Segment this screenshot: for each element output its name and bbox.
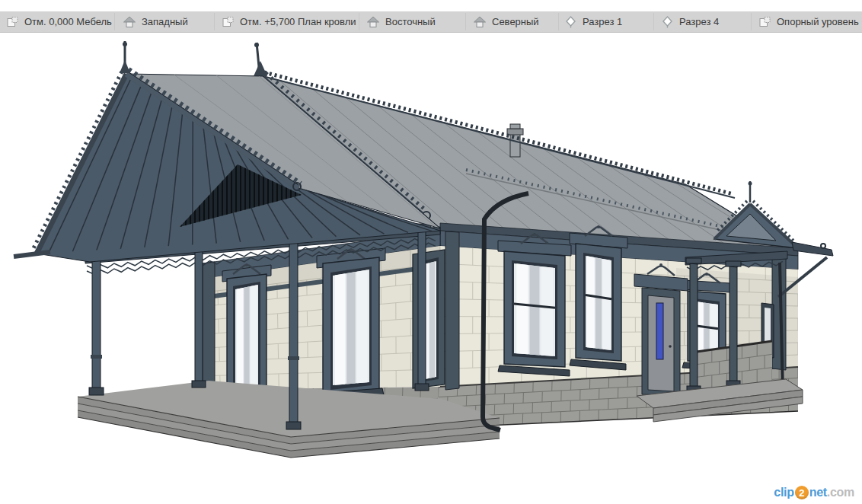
elevation-icon (123, 15, 136, 28)
view-tab-label: Разрез 4 (679, 16, 719, 27)
view-tab-label: Опорный уровень (777, 16, 859, 27)
3d-view-canvas[interactable] (0, 32, 862, 504)
tab-separator (465, 13, 466, 30)
view-tab-west-elevation[interactable]: Западный (123, 11, 188, 32)
tab-separator (114, 13, 115, 30)
clip2net-watermark: clip2net.com (774, 486, 854, 499)
view-tab-label: Отм. 0,000 Мебель (24, 16, 112, 27)
tab-separator (359, 13, 359, 30)
view-tab-section-4[interactable]: Разрез 4 (661, 11, 719, 32)
elevation-icon (473, 15, 487, 28)
watermark-net: net (809, 486, 827, 499)
floor-plan-icon (222, 15, 235, 28)
tab-separator (653, 13, 654, 30)
watermark-clip: clip (774, 486, 793, 499)
view-tab-reference-level[interactable]: Опорный уровень (758, 11, 859, 32)
section-icon (564, 15, 577, 28)
floor-plan-icon (6, 15, 19, 28)
view-tab-floorplan-furniture[interactable]: Отм. 0,000 Мебель (6, 11, 112, 32)
view-tab-section-1[interactable]: Разрез 1 (564, 11, 622, 32)
entrance-door (634, 263, 688, 396)
view-tab-label: Северный (492, 16, 539, 27)
tab-separator (751, 13, 752, 30)
view-tab-north-elevation[interactable]: Северный (473, 11, 539, 32)
elevation-icon (366, 15, 380, 28)
view-tab-label: Восточный (385, 16, 436, 27)
view-tab-label: Западный (142, 16, 188, 27)
watermark-two-badge: 2 (795, 486, 809, 499)
view-tab-label: Отм. +5,700 План кровли (240, 16, 356, 27)
view-tab-label: Разрез 1 (583, 16, 622, 27)
window-top-strip (0, 0, 862, 11)
watermark-com: .com (827, 486, 854, 499)
view-tab-east-elevation[interactable]: Восточный (366, 11, 436, 32)
station-building-3d-model (0, 0, 862, 504)
section-icon (661, 15, 674, 28)
floor-plan-icon (758, 15, 771, 28)
view-tab-bar: Отм. 0,000 Мебель Западный Отм. +5,700 П… (0, 11, 862, 33)
view-tab-roofplan[interactable]: Отм. +5,700 План кровли (222, 11, 356, 32)
tab-separator (214, 13, 215, 30)
tab-separator (558, 13, 559, 30)
porch-gable-finial (120, 41, 130, 73)
